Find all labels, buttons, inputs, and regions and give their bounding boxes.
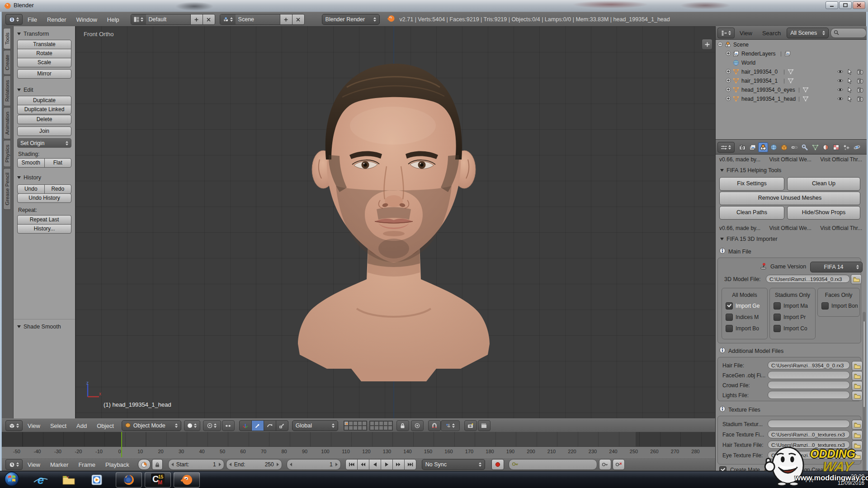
clean-up-button[interactable]: Clean Up — [787, 177, 860, 191]
menubar-menu-window[interactable]: Window — [71, 16, 102, 23]
credit-link[interactable]: Visit Official Thr... — [820, 225, 862, 231]
properties-tab-render-icon[interactable] — [737, 142, 747, 152]
restrict-camera-icon[interactable] — [857, 87, 863, 94]
panel-header-3d-importer[interactable]: FIFA 15 3D Importer — [720, 235, 864, 243]
internet-explorer-icon[interactable]: e — [28, 473, 53, 487]
restrict-eye-icon[interactable] — [837, 78, 844, 84]
file-path-field[interactable]: C:\Users\Ramzi...0_textures.rx3 — [768, 430, 850, 438]
import-option[interactable]: Import Bon — [821, 302, 859, 310]
lock-time-icon[interactable] — [152, 459, 163, 470]
restrict-cursor-icon[interactable] — [847, 78, 854, 84]
restrict-camera-icon[interactable] — [857, 78, 863, 84]
proportional-edit-icon[interactable] — [411, 420, 424, 431]
flat-button[interactable]: Flat — [44, 158, 72, 168]
render-animation-icon[interactable] — [478, 420, 491, 431]
scene-selector[interactable]: Scene — [220, 14, 305, 25]
expander-icon[interactable] — [726, 69, 732, 75]
duplicate-linked-button[interactable]: Duplicate Linked — [17, 105, 71, 114]
firefox-icon[interactable] — [116, 472, 142, 488]
restrict-eye-icon[interactable] — [837, 96, 844, 103]
render-engine-dropdown[interactable]: Blender Render — [322, 14, 380, 25]
translate-button[interactable]: Translate — [17, 40, 71, 49]
menubar-menu-help[interactable]: Help — [102, 16, 124, 23]
properties-tab-constraints-icon[interactable] — [789, 142, 799, 152]
tool-shelf-tab-tools[interactable]: Tools — [3, 28, 11, 49]
mirror-button[interactable]: Mirror — [17, 69, 71, 79]
undo-button[interactable]: Undo — [17, 184, 45, 194]
file-path-field[interactable] — [768, 420, 850, 428]
expander-icon[interactable] — [717, 42, 724, 48]
model-file-field[interactable]: C:\Users\Ramzi...199354_0.rx3 — [766, 275, 850, 283]
start-frame-field[interactable]: Start: 1 — [168, 459, 224, 470]
history-menu-button[interactable]: History... — [17, 224, 71, 234]
editor-type-properties-icon[interactable] — [717, 142, 735, 153]
timeline-keyframe-area[interactable] — [2, 432, 715, 446]
folder-icon[interactable] — [852, 391, 863, 401]
credit-link[interactable]: v0.66, made by... — [719, 225, 760, 231]
editor-type-3dview-icon[interactable] — [5, 420, 23, 431]
credit-link[interactable]: v0.66, made by... — [719, 156, 760, 163]
scale-button[interactable]: Scale — [17, 58, 71, 67]
lock-to-scene-icon[interactable] — [396, 420, 409, 431]
sync-mode-dropdown[interactable]: No Sync — [422, 459, 485, 470]
import-option[interactable]: Indices M — [726, 314, 767, 321]
properties-scrollbar[interactable] — [863, 312, 866, 488]
expand-region-icon[interactable] — [702, 39, 712, 50]
checkbox[interactable] — [726, 314, 733, 321]
folder-icon[interactable] — [852, 371, 863, 381]
properties-tab-object-icon[interactable] — [779, 142, 789, 152]
delete-button[interactable]: Delete — [17, 115, 71, 124]
duplicate-button[interactable]: Duplicate — [17, 96, 71, 105]
viewport-menu-view[interactable]: View — [23, 422, 45, 429]
timeline-ruler[interactable]: -50-40-30-20-100102030405060708090100110… — [2, 446, 715, 458]
restrict-cursor-icon[interactable] — [847, 87, 854, 94]
folder-icon[interactable] — [852, 451, 863, 461]
expander-icon[interactable] — [726, 87, 732, 94]
folder-icon[interactable] — [852, 381, 863, 391]
smooth-button[interactable]: Smooth — [17, 158, 45, 168]
title-bar[interactable]: Blender — [0, 0, 868, 12]
remove-unused-meshes-button[interactable]: Remove Unused Meshes — [719, 192, 860, 205]
tool-shelf-tab-physics[interactable]: Physics — [3, 140, 11, 167]
outliner-row[interactable]: World — [716, 59, 865, 67]
tool-shelf-tab-relations[interactable]: Relations — [3, 75, 11, 106]
add-layout-icon[interactable] — [190, 14, 203, 24]
minimize-button[interactable] — [826, 1, 838, 9]
folder-icon[interactable] — [852, 361, 863, 371]
taskbar-clock[interactable]: 20:20 11/09/2016 — [838, 474, 864, 486]
start-button[interactable] — [4, 471, 20, 488]
timeline-menu-marker[interactable]: Marker — [45, 461, 73, 468]
close-scene-icon[interactable] — [292, 14, 304, 24]
snap-magnet-icon[interactable] — [428, 420, 441, 431]
current-frame-field[interactable]: 1 — [287, 459, 341, 470]
properties-tab-particles-icon[interactable] — [841, 142, 851, 152]
outliner-menu-search[interactable]: Search — [757, 30, 786, 37]
credit-link[interactable]: Visit Official Thr... — [820, 156, 862, 163]
scale-manipulator-icon[interactable] — [276, 420, 288, 431]
keying-set-field[interactable] — [509, 459, 597, 470]
timeline-menu-playback[interactable]: Playback — [100, 461, 134, 468]
hide-show-props-button[interactable]: Hide/Show Props — [787, 206, 860, 220]
properties-tab-physics-icon[interactable] — [852, 142, 862, 152]
clean-paths-button[interactable]: Clean Paths — [719, 206, 784, 220]
expander-icon[interactable] — [726, 51, 732, 57]
expander-icon[interactable] — [726, 96, 732, 103]
add-scene-icon[interactable] — [280, 14, 292, 24]
properties-tab-world-icon[interactable] — [769, 142, 778, 152]
properties-tab-scene-icon[interactable] — [758, 142, 768, 152]
fix-settings-button[interactable]: Fix Settings — [719, 177, 784, 191]
restrict-eye-icon[interactable] — [837, 69, 844, 75]
end-frame-field[interactable]: End: 250 — [226, 459, 282, 470]
properties-tab-texture-icon[interactable] — [831, 142, 841, 152]
timeline-region[interactable]: -50-40-30-20-100102030405060708090100110… — [2, 432, 715, 457]
jump-to-start-icon[interactable] — [345, 459, 358, 470]
file-path-field[interactable]: C:\Users\Ramzi...9354_0_0.rx3 — [768, 361, 850, 369]
scene-selector-value[interactable]: Scene — [236, 14, 280, 24]
folder-icon[interactable] — [852, 420, 863, 430]
render-opengl-icon[interactable] — [464, 420, 477, 431]
rotate-button[interactable]: Rotate — [17, 49, 71, 58]
folder-icon[interactable] — [851, 274, 862, 284]
region-divider[interactable] — [14, 319, 75, 320]
import-option[interactable]: Import Bo — [726, 325, 767, 332]
menubar-menu-render[interactable]: Render — [42, 16, 71, 23]
